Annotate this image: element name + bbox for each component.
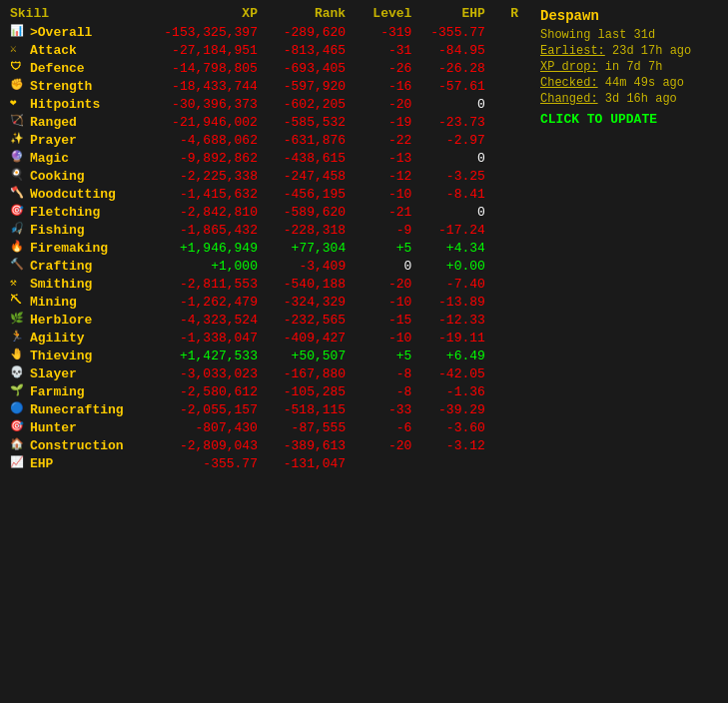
skill-r — [491, 347, 524, 364]
skill-label: Magic — [30, 151, 69, 166]
skill-ehp: +0.00 — [417, 257, 490, 275]
skill-name-cell: 🔮Magic — [4, 149, 143, 167]
changed-line: Changed: 3d 16h ago — [540, 92, 716, 106]
skill-rank: -456,195 — [264, 185, 352, 203]
skill-name-cell: 📈EHP — [4, 454, 143, 472]
skill-label: Fletching — [30, 205, 100, 220]
table-row: 🎯Fletching-2,842,810-589,620-210 — [4, 203, 524, 221]
skill-level: 0 — [352, 257, 417, 275]
skill-xp: -4,688,062 — [143, 131, 264, 149]
skill-level: -6 — [352, 418, 417, 436]
skill-r — [491, 257, 524, 275]
skill-ehp: -84.95 — [417, 41, 490, 59]
skill-rank: -518,115 — [264, 400, 352, 418]
skill-label: >Overall — [30, 25, 92, 40]
skill-level: -10 — [352, 185, 417, 203]
skill-rank: -409,427 — [264, 329, 352, 347]
skill-rank: -389,613 — [264, 436, 352, 454]
table-row: 🎣Fishing-1,865,432-228,318-9-17.24 — [4, 221, 524, 239]
skill-label: Thieving — [30, 349, 92, 363]
table-row: 🔵Runecrafting-2,055,157-518,115-33-39.29 — [4, 400, 524, 418]
skills-table-container: Skill XP Rank Level EHP R 📊>Overall-153,… — [0, 0, 528, 703]
xpdrop-line: XP drop: in 7d 7h — [540, 60, 716, 74]
table-row: ❤Hitpoints-30,396,373-602,205-200 — [4, 95, 524, 113]
skill-name-cell: 🛡Defence — [4, 59, 143, 77]
skill-icon: 🍳 — [10, 168, 26, 184]
skill-label: Mining — [30, 295, 77, 310]
skill-rank: -289,620 — [264, 23, 352, 41]
skill-r — [491, 400, 524, 418]
skill-r — [491, 454, 524, 472]
skill-icon: 💀 — [10, 365, 26, 381]
skill-xp: -1,865,432 — [143, 221, 264, 239]
click-to-update-button[interactable]: CLICK TO UPDATE — [540, 112, 716, 127]
skill-r — [491, 113, 524, 131]
skill-name-cell: 🍳Cooking — [4, 167, 143, 185]
earliest-line: Earliest: 23d 17h ago — [540, 44, 716, 58]
skill-name-cell: 🏃Agility — [4, 329, 143, 347]
skill-label: Hitpoints — [30, 97, 100, 112]
skill-r — [491, 436, 524, 454]
skill-rank: -247,458 — [264, 167, 352, 185]
skill-icon: ⚒ — [10, 276, 26, 292]
skill-label: Hunter — [30, 420, 77, 435]
skill-ehp: -355.77 — [417, 23, 490, 41]
table-row: 🔮Magic-9,892,862-438,615-130 — [4, 149, 524, 167]
skill-icon: 🌿 — [10, 312, 26, 328]
skill-ehp: +4.34 — [417, 239, 490, 257]
skill-rank: -324,329 — [264, 293, 352, 311]
skill-r — [491, 418, 524, 436]
skill-level: -10 — [352, 329, 417, 347]
skill-xp: -2,055,157 — [143, 400, 264, 418]
table-row: ✨Prayer-4,688,062-631,876-22-2.97 — [4, 131, 524, 149]
skill-label: EHP — [30, 456, 53, 471]
skill-r — [491, 311, 524, 329]
table-header-row: Skill XP Rank Level EHP R — [4, 4, 524, 23]
checked-label: Checked: — [540, 76, 598, 90]
skill-xp: -21,946,002 — [143, 113, 264, 131]
skill-name-cell: 🎯Hunter — [4, 418, 143, 436]
skill-ehp: -42.05 — [417, 364, 490, 382]
skill-ehp: -3.60 — [417, 418, 490, 436]
skill-level: -15 — [352, 311, 417, 329]
skill-rank: -631,876 — [264, 131, 352, 149]
skill-level: +5 — [352, 239, 417, 257]
skill-name-cell: 🪓Woodcutting — [4, 185, 143, 203]
table-row: 🛡Defence-14,798,805-693,405-26-26.28 — [4, 59, 524, 77]
skill-icon: 🎯 — [10, 204, 26, 220]
skill-xp: -1,415,632 — [143, 185, 264, 203]
skill-label: Construction — [30, 438, 124, 453]
skill-xp: -807,430 — [143, 418, 264, 436]
skill-xp: -2,580,612 — [143, 382, 264, 400]
skill-xp: -153,325,397 — [143, 23, 264, 41]
skill-rank: +77,304 — [264, 239, 352, 257]
skill-xp: -2,225,338 — [143, 167, 264, 185]
skill-rank: -693,405 — [264, 59, 352, 77]
table-row: 🍳Cooking-2,225,338-247,458-12-3.25 — [4, 167, 524, 185]
skill-r — [491, 221, 524, 239]
skill-icon: 🏠 — [10, 437, 26, 453]
skill-name-cell: 🔵Runecrafting — [4, 400, 143, 418]
skill-xp: -14,798,805 — [143, 59, 264, 77]
skill-xp: -2,842,810 — [143, 203, 264, 221]
skill-ehp: 0 — [417, 149, 490, 167]
checked-line: Checked: 44m 49s ago — [540, 76, 716, 90]
skill-icon: 🌱 — [10, 383, 26, 399]
skill-level: -20 — [352, 95, 417, 113]
skill-ehp: -23.73 — [417, 113, 490, 131]
skill-level: -21 — [352, 203, 417, 221]
skill-name-cell: 🏹Ranged — [4, 113, 143, 131]
header-ehp: EHP — [417, 4, 490, 23]
header-xp: XP — [143, 4, 264, 23]
skill-icon: 🏃 — [10, 330, 26, 346]
skill-icon: 🔨 — [10, 258, 26, 274]
table-row: ⚒Smithing-2,811,553-540,188-20-7.40 — [4, 275, 524, 293]
skill-ehp: -7.40 — [417, 275, 490, 293]
table-row: 🏹Ranged-21,946,002-585,532-19-23.73 — [4, 113, 524, 131]
skill-label: Attack — [30, 43, 77, 58]
skill-level: -12 — [352, 167, 417, 185]
skill-level: -8 — [352, 364, 417, 382]
skill-label: Cooking — [30, 169, 85, 184]
skill-name-cell: ❤Hitpoints — [4, 95, 143, 113]
skill-r — [491, 329, 524, 347]
